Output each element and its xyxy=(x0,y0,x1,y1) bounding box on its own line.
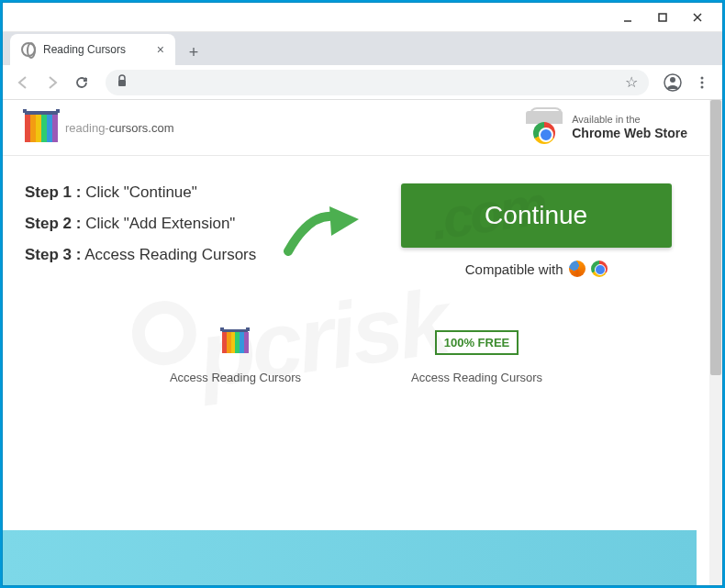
logo-text: reading-cursors.com xyxy=(65,121,174,135)
svg-point-9 xyxy=(701,85,704,88)
minimize-button[interactable] xyxy=(610,5,645,30)
address-bar[interactable]: ☆ xyxy=(106,70,649,95)
feature-access: Access Reading Cursors xyxy=(170,323,301,384)
page-content: pcrisk.com reading-cursors.com xyxy=(3,100,709,585)
step-1: Step 1 : Click "Continue" xyxy=(25,183,256,202)
free-badge-icon: 100% FREE xyxy=(411,323,542,361)
window-titlebar xyxy=(3,3,722,32)
svg-point-6 xyxy=(670,77,675,83)
close-tab-icon[interactable]: × xyxy=(157,42,164,57)
scroll-thumb[interactable] xyxy=(710,100,721,375)
feature-logo-icon xyxy=(170,323,301,361)
maximize-button[interactable] xyxy=(645,5,680,30)
globe-icon xyxy=(21,42,36,57)
steps-list: Step 1 : Click "Continue" Step 2 : Click… xyxy=(25,183,256,277)
close-window-button[interactable] xyxy=(680,5,715,30)
firefox-icon xyxy=(569,261,586,277)
browser-tab[interactable]: Reading Cursors × xyxy=(10,34,175,65)
new-tab-button[interactable]: + xyxy=(181,39,206,65)
site-logo[interactable]: reading-cursors.com xyxy=(25,111,174,144)
profile-button[interactable] xyxy=(660,70,686,95)
chrome-web-store-icon xyxy=(526,111,563,144)
lock-icon xyxy=(117,74,128,90)
browser-window: Reading Cursors × + ☆ pcrisk.com xyxy=(3,3,722,585)
svg-point-8 xyxy=(701,81,704,83)
back-button[interactable] xyxy=(10,70,36,95)
feature-label: Access Reading Cursors xyxy=(411,371,542,384)
main-content: Step 1 : Click "Continue" Step 2 : Click… xyxy=(3,156,709,403)
bookmark-star-icon[interactable]: ☆ xyxy=(625,73,638,91)
svg-point-7 xyxy=(701,76,704,79)
features-row: Access Reading Cursors 100% FREE Access … xyxy=(25,323,687,384)
svg-rect-1 xyxy=(659,14,666,21)
banner-icon xyxy=(25,111,58,144)
page-header: reading-cursors.com Available in the Chr… xyxy=(3,100,709,156)
continue-button[interactable]: Continue xyxy=(401,183,672,248)
browser-toolbar: ☆ xyxy=(3,65,722,100)
feature-label: Access Reading Cursors xyxy=(170,371,301,384)
compatible-text: Compatible with xyxy=(465,261,608,277)
arrow-icon xyxy=(284,201,366,260)
reload-button[interactable] xyxy=(69,70,95,95)
footer-band xyxy=(3,530,697,585)
svg-rect-4 xyxy=(118,80,126,86)
feature-free: 100% FREE Access Reading Cursors xyxy=(411,323,542,384)
tab-strip: Reading Cursors × + xyxy=(3,32,722,65)
step-3: Step 3 : Access Reading Cursors xyxy=(25,246,256,264)
forward-button[interactable] xyxy=(39,70,65,95)
step-2: Step 2 : Click "Add Extension" xyxy=(25,215,256,233)
chrome-icon xyxy=(591,261,608,277)
menu-button[interactable] xyxy=(689,70,715,95)
cws-text: Available in the Chrome Web Store xyxy=(572,114,687,141)
chrome-web-store-badge[interactable]: Available in the Chrome Web Store xyxy=(526,111,687,144)
scrollbar[interactable] xyxy=(709,100,722,585)
viewport: pcrisk.com reading-cursors.com xyxy=(3,100,722,585)
tab-title: Reading Cursors xyxy=(43,43,150,56)
